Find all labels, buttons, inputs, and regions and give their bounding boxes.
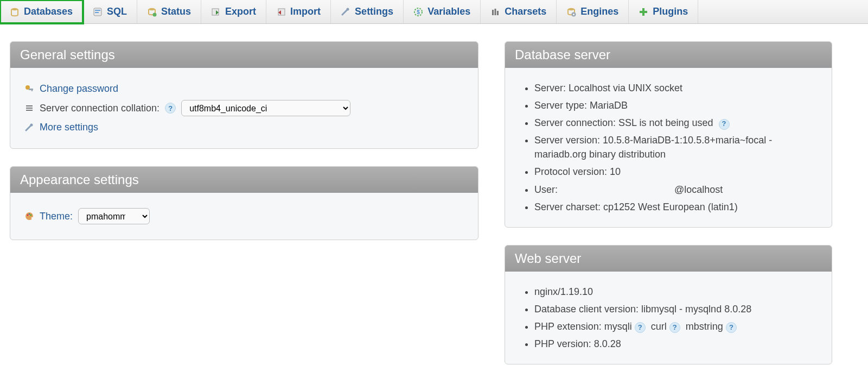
palette-icon (24, 211, 34, 221)
svg-point-8 (347, 8, 349, 10)
list-item: Server: Localhost via UNIX socket (534, 81, 818, 95)
list-item: PHP version: 8.0.28 (534, 337, 818, 351)
panel-title: Web server (505, 246, 832, 272)
list-item: Server type: MariaDB (534, 98, 818, 112)
panel-title: Database server (505, 42, 832, 68)
tab-label: Export (225, 6, 256, 17)
svg-point-0 (11, 8, 18, 10)
svg-rect-19 (31, 89, 33, 91)
tab-label: Databases (24, 6, 73, 17)
panel-title: Appearance settings (10, 167, 478, 193)
main-area: General settings Change password Server … (0, 24, 868, 364)
svg-rect-20 (26, 105, 33, 106)
sql-icon (93, 7, 103, 17)
web-server-panel: Web server nginx/1.19.10 Database client… (505, 245, 832, 364)
variables-icon: $ (413, 7, 423, 17)
list-item: User: @localhost (534, 183, 818, 197)
svg-rect-21 (26, 108, 33, 109)
list-item: nginx/1.19.10 (534, 285, 818, 299)
change-password-link[interactable]: Change password (40, 83, 118, 95)
list-item: PHP extension: mysqli ? curl ? mbstring … (534, 319, 818, 334)
settings-icon (341, 7, 350, 17)
list-item: Protocol version: 10 (534, 165, 818, 179)
collation-label: Server connection collation: (40, 103, 159, 114)
db-server-list: Server: Localhost via UNIX socket Server… (519, 81, 818, 214)
list-item: Server connection: SSL is not being used… (534, 116, 818, 130)
svg-rect-11 (492, 10, 494, 15)
tab-export[interactable]: Export (201, 0, 266, 23)
tab-label: Plugins (653, 6, 688, 17)
list-item: Server charset: cp1252 West European (la… (534, 200, 818, 214)
tab-label: Engines (580, 6, 618, 17)
tab-variables[interactable]: $ Variables (404, 0, 481, 23)
svg-point-16 (573, 14, 575, 15)
theme-select[interactable]: pmahomme (78, 208, 150, 224)
key-icon (24, 84, 34, 94)
help-icon[interactable]: ? (726, 322, 737, 333)
tab-label: SQL (107, 6, 127, 17)
plugins-icon (639, 7, 648, 17)
export-icon (211, 7, 221, 17)
svg-point-14 (568, 8, 575, 10)
list-item: Server version: 10.5.8-MariaDB-1:10.5.8+… (534, 133, 818, 161)
tab-label: Settings (355, 6, 393, 17)
svg-point-23 (30, 123, 33, 126)
tab-label: Import (290, 6, 321, 17)
svg-rect-22 (26, 110, 33, 111)
help-icon[interactable]: ? (669, 322, 680, 333)
top-tabs: Databases SQL Status Export Import Setti… (0, 0, 868, 24)
svg-point-5 (153, 12, 157, 16)
svg-text:$: $ (417, 9, 420, 15)
svg-point-24 (27, 215, 29, 216)
collation-icon (24, 103, 34, 113)
list-item: Database client version: libmysql - mysq… (534, 302, 818, 316)
tab-sql[interactable]: SQL (83, 0, 137, 23)
tab-label: Charsets (505, 6, 546, 17)
svg-rect-3 (95, 12, 99, 13)
help-icon[interactable]: ? (165, 103, 176, 114)
collation-select[interactable]: utf8mb4_unicode_ci (181, 100, 350, 116)
tab-engines[interactable]: Engines (557, 0, 629, 23)
svg-rect-12 (495, 9, 496, 15)
svg-point-4 (149, 8, 155, 10)
tab-status[interactable]: Status (137, 0, 201, 23)
svg-point-26 (30, 215, 32, 216)
charsets-icon (490, 7, 500, 17)
import-icon (276, 7, 286, 17)
tab-charsets[interactable]: Charsets (481, 0, 557, 23)
databases-icon (10, 7, 20, 17)
wrench-icon (24, 123, 34, 133)
svg-rect-13 (497, 11, 499, 15)
svg-rect-2 (95, 10, 100, 11)
web-server-list: nginx/1.19.10 Database client version: l… (519, 285, 818, 351)
more-settings-link[interactable]: More settings (40, 122, 98, 133)
svg-point-25 (29, 213, 30, 215)
tab-import[interactable]: Import (266, 0, 331, 23)
tab-databases[interactable]: Databases (0, 0, 83, 23)
database-server-panel: Database server Server: Localhost via UN… (505, 41, 832, 228)
engines-icon (566, 7, 576, 17)
theme-label[interactable]: Theme: (40, 211, 73, 222)
tab-label: Variables (427, 6, 470, 17)
status-icon (147, 7, 157, 17)
general-settings-panel: General settings Change password Server … (10, 41, 478, 149)
appearance-settings-panel: Appearance settings Theme: pmahomme (10, 166, 478, 240)
left-column: General settings Change password Server … (10, 41, 478, 364)
tab-settings[interactable]: Settings (331, 0, 404, 23)
panel-title: General settings (10, 42, 478, 68)
help-icon[interactable]: ? (719, 119, 730, 130)
help-icon[interactable]: ? (635, 322, 646, 333)
tab-label: Status (161, 6, 191, 17)
right-column: Database server Server: Localhost via UN… (505, 41, 832, 364)
tab-plugins[interactable]: Plugins (629, 0, 698, 23)
